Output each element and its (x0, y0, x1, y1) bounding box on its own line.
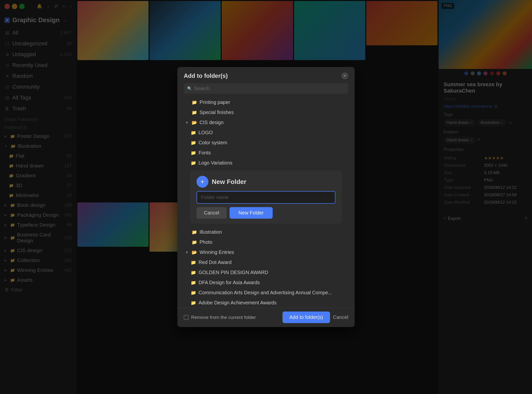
folder-label: GOLDEN PIN DESIGN AWARD (199, 270, 268, 275)
folder-label: Special finishes (200, 110, 234, 115)
folder-icon: 📁 (192, 240, 197, 245)
new-folder-dialog: + New Folder Cancel New Folder (190, 170, 342, 224)
modal-folder-printing-paper[interactable]: 📁 Printing paper (184, 97, 348, 107)
modal-title: Add to folder(s) (184, 72, 228, 79)
expand-icon: ▼ (185, 250, 189, 254)
search-input[interactable] (194, 86, 345, 91)
add-to-folder-modal: Add to folder(s) × 🔍 📁 Printing paper 📁 … (177, 67, 355, 327)
modal-folder-logo[interactable]: 📁 LOGO (184, 128, 348, 138)
footer-buttons: Add to folder(s) Cancel (283, 312, 348, 323)
expand-icon: ▼ (185, 121, 189, 125)
folder-icon: 📁 (191, 300, 196, 306)
folder-label: Illustration (200, 229, 222, 235)
modal-folder-illustration[interactable]: 📁 Illustration (184, 227, 348, 237)
folder-label: Photo (200, 239, 212, 245)
modal-folder-logo-variations[interactable]: 📁 Logo Variations (184, 158, 348, 168)
folder-label: Adobe Design Achievement Awards (199, 300, 277, 306)
modal-folder-color-system[interactable]: 📁 Color system (184, 138, 348, 148)
modal-folder-winning-entries[interactable]: ▼ 📂 Winning Entries (184, 247, 348, 257)
search-icon: 🔍 (187, 86, 192, 91)
plus-icon: + (200, 178, 204, 186)
remove-checkbox-label: Remove from the current folder (191, 315, 256, 320)
folder-label: Fonts (199, 150, 211, 156)
folder-icon: 📁 (192, 230, 197, 235)
folder-label: Communication Arts Design and Advertisin… (199, 290, 332, 296)
folder-label: Logo Variations (199, 160, 233, 166)
modal-folder-fonts[interactable]: 📁 Fonts (184, 148, 348, 158)
new-folder-buttons: Cancel New Folder (197, 207, 335, 219)
modal-folder-special-finishes[interactable]: 📁 Special finishes (184, 107, 348, 117)
folder-label: DFA Design for Asia Awards (199, 280, 260, 285)
folder-label: Color system (199, 140, 227, 146)
folder-label: Red Dot Award (199, 260, 232, 265)
new-folder-name-input[interactable] (197, 191, 335, 204)
modal-folder-golden-pin[interactable]: 📁 GOLDEN PIN DESIGN AWARD (184, 267, 348, 278)
folder-icon: 📁 (191, 290, 196, 296)
modal-footer: Remove from the current folder Add to fo… (177, 308, 355, 327)
folder-label: LOGO (199, 130, 213, 135)
modal-folder-communication-arts[interactable]: 📁 Communication Arts Design and Advertis… (184, 288, 348, 298)
modal-folder-list: 📁 Printing paper 📁 Special finishes ▼ 📂 … (177, 97, 355, 308)
modal-folder-cis-design[interactable]: ▼ 📂 CIS design (184, 117, 348, 128)
folder-icon: 📂 (192, 120, 197, 125)
modal-header: Add to folder(s) × (177, 67, 355, 83)
footer-cancel-button[interactable]: Cancel (333, 312, 348, 323)
folder-icon: 📁 (191, 130, 196, 135)
folder-icon: 📁 (192, 110, 197, 115)
folder-label: Winning Entries (200, 249, 234, 255)
folder-icon: 📁 (191, 160, 196, 166)
new-folder-header: + New Folder (197, 176, 335, 188)
remove-from-folder-checkbox[interactable]: Remove from the current folder (184, 315, 256, 320)
folder-icon: 📁 (191, 280, 196, 285)
modal-folder-photo[interactable]: 📁 Photo (184, 237, 348, 247)
checkbox-input[interactable] (184, 315, 189, 320)
folder-icon: 📁 (192, 100, 197, 105)
new-folder-create-button[interactable]: New Folder (230, 207, 272, 219)
new-folder-title: New Folder (212, 178, 246, 186)
modal-folder-dfa[interactable]: 📁 DFA Design for Asia Awards (184, 278, 348, 288)
folder-icon: 📁 (191, 140, 196, 146)
folder-icon: 📁 (191, 260, 196, 265)
modal-folder-adobe[interactable]: 📁 Adobe Design Achievement Awards (184, 298, 348, 308)
new-folder-cancel-button[interactable]: Cancel (197, 207, 227, 219)
modal-search-bar[interactable]: 🔍 (184, 83, 348, 94)
new-folder-plus-icon: + (197, 176, 208, 188)
modal-folder-red-dot[interactable]: 📁 Red Dot Award (184, 257, 348, 267)
folder-icon: 📁 (191, 270, 196, 275)
close-icon: × (344, 74, 346, 78)
folder-icon: 📁 (191, 150, 196, 156)
folder-icon: 📂 (192, 250, 197, 255)
add-to-folder-button[interactable]: Add to folder(s) (283, 312, 330, 323)
modal-overlay[interactable]: Add to folder(s) × 🔍 📁 Printing paper 📁 … (0, 0, 532, 394)
modal-close-button[interactable]: × (341, 72, 348, 79)
folder-label: CIS design (200, 120, 224, 125)
folder-label: Printing paper (200, 99, 230, 105)
